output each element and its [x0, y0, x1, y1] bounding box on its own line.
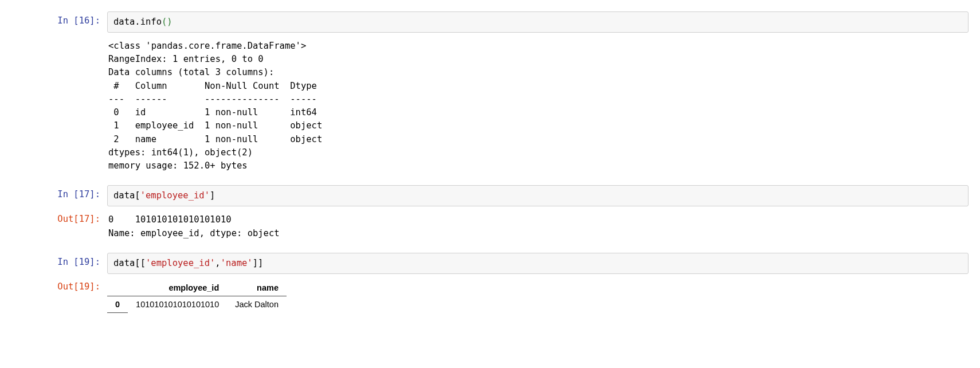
dataframe-output: employee_id name 0 101010101010101010 Ja… [107, 280, 287, 313]
code-token: ( [162, 17, 167, 27]
output-prompt: Out[19]: [11, 277, 107, 295]
table-header: employee_id [128, 280, 227, 296]
output-prompt: Out[17]: [11, 210, 107, 228]
jupyter-notebook: In [16]: data.info() In [16]: <class 'pa… [0, 0, 980, 330]
table-header [107, 280, 128, 296]
cell-19: In [19]: data[['employee_id','name']] Ou… [11, 253, 969, 313]
code-input[interactable]: data.info() [107, 11, 969, 33]
table-header: name [227, 280, 287, 296]
code-token: [[ [135, 258, 146, 268]
table-header-row: employee_id name [107, 280, 287, 296]
table-row: 0 101010101010101010 Jack Dalton [107, 296, 287, 312]
code-token: data [113, 190, 135, 201]
execute-result: 0 101010101010101010 Name: employee_id, … [107, 210, 969, 241]
code-token: 'name' [221, 258, 253, 268]
code-token: [ [135, 190, 140, 201]
code-input[interactable]: data[['employee_id','name']] [107, 253, 969, 274]
table-cell: 101010101010101010 [128, 296, 227, 312]
input-prompt: In [19]: [11, 253, 107, 271]
code-token: ] [210, 190, 215, 201]
table-cell: Jack Dalton [227, 296, 287, 312]
stdout-output: <class 'pandas.core.frame.DataFrame'> Ra… [107, 36, 969, 174]
code-token: , [215, 258, 220, 268]
code-input[interactable]: data['employee_id'] [107, 185, 969, 206]
code-token: 'employee_id' [140, 190, 210, 201]
input-prompt: In [16]: [11, 11, 107, 29]
code-token: ) [167, 17, 172, 27]
code-token: data.info [113, 17, 162, 27]
input-prompt: In [17]: [11, 185, 107, 203]
cell-16: In [16]: data.info() In [16]: <class 'pa… [11, 11, 969, 174]
code-token: data [113, 258, 135, 268]
code-token: 'employee_id' [146, 258, 215, 268]
code-token: ]] [253, 258, 264, 268]
cell-17: In [17]: data['employee_id'] Out[17]: 0 … [11, 185, 969, 241]
table-row-index: 0 [107, 296, 128, 312]
